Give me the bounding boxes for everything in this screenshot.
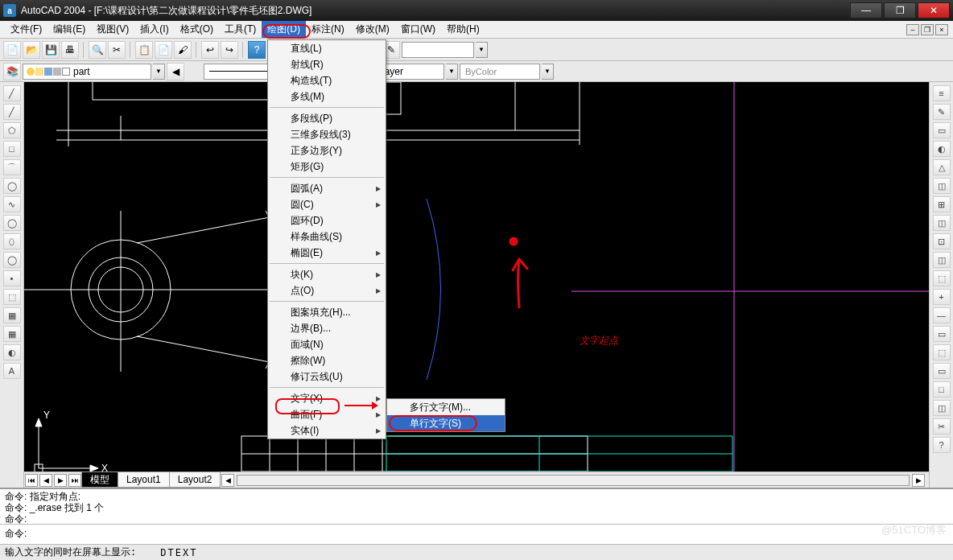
menu-绘图(D)[interactable]: 绘图(D) [262, 21, 306, 38]
menu-item[interactable]: 样条曲线(S) [268, 229, 386, 245]
scroll-right-icon[interactable]: ▶ [912, 474, 925, 487]
menu-编辑(E)[interactable]: 编辑(E) [47, 21, 91, 38]
toolbar-icon[interactable]: 📂 [23, 41, 40, 59]
menu-item[interactable]: 实体(I) [268, 422, 386, 439]
menu-工具(T)[interactable]: 工具(T) [219, 21, 262, 38]
menu-item[interactable]: 曲面(F) [268, 406, 386, 422]
modify-tool-icon[interactable]: ▭ [933, 122, 951, 138]
menu-格式(O)[interactable]: 格式(O) [175, 21, 219, 38]
menu-item[interactable]: 直线(L) [268, 40, 386, 56]
menu-item[interactable]: 圆弧(A) [268, 180, 386, 196]
modify-tool-icon[interactable]: ◫ [933, 400, 951, 416]
submenu-item[interactable]: 多行文字(M)... [387, 399, 505, 415]
draw-tool-icon[interactable]: ⬚ [3, 289, 21, 305]
menu-item[interactable]: 边界(B)... [268, 320, 386, 336]
mdi-restore-icon[interactable]: ❐ [921, 24, 934, 35]
menu-item[interactable]: 三维多段线(3) [268, 126, 386, 142]
close-button[interactable]: ✕ [918, 2, 950, 19]
modify-tool-icon[interactable]: ≡ [933, 85, 951, 101]
toolbar-icon[interactable]: 🖶 [61, 41, 79, 59]
menu-item[interactable]: 多段线(P) [268, 110, 386, 126]
command-line[interactable]: 命令: [0, 525, 953, 542]
layer-manager-icon[interactable]: 📚 [3, 63, 21, 80]
combo-arrow-icon[interactable]: ▼ [446, 64, 458, 80]
menu-item[interactable]: 矩形(G) [268, 159, 386, 175]
menu-文件(F)[interactable]: 文件(F) [5, 21, 47, 38]
draw-tool-icon[interactable]: A [3, 363, 21, 379]
hscrollbar[interactable]: ◀ ▶ [221, 474, 929, 487]
combo-arrow-icon[interactable]: ▼ [476, 42, 488, 58]
menu-窗口(W)[interactable]: 窗口(W) [395, 21, 441, 38]
draw-tool-icon[interactable]: ◐ [3, 344, 21, 360]
toolbar-icon[interactable]: ↪ [221, 41, 238, 59]
menu-插入(I)[interactable]: 插入(I) [134, 21, 174, 38]
draw-tool-icon[interactable]: ╱ [3, 85, 21, 101]
modify-tool-icon[interactable]: ◫ [933, 178, 951, 194]
modify-tool-icon[interactable]: ⬚ [933, 270, 951, 286]
menu-item[interactable]: 擦除(W) [268, 352, 386, 369]
menu-item[interactable]: 图案填充(H)... [268, 304, 386, 320]
modify-tool-icon[interactable]: ⊡ [933, 233, 951, 249]
modify-tool-icon[interactable]: + [933, 289, 951, 305]
mdi-close-icon[interactable]: × [935, 24, 948, 35]
draw-tool-icon[interactable]: ╱ [3, 104, 21, 120]
draw-tool-icon[interactable]: ⬠ [3, 122, 21, 138]
toolbar-icon[interactable]: ✂ [108, 41, 126, 59]
menu-item[interactable]: 圆(C) [268, 196, 386, 212]
draw-tool-icon[interactable]: ⬯ [3, 233, 21, 249]
toolbar-icon[interactable]: 💾 [42, 41, 60, 59]
draw-tool-icon[interactable]: □ [3, 141, 21, 157]
modify-tool-icon[interactable]: ◐ [933, 141, 951, 157]
menu-item[interactable]: 圆环(D) [268, 212, 386, 229]
draw-tool-icon[interactable]: ▦ [3, 307, 21, 323]
draw-tool-icon[interactable]: ◯ [3, 215, 21, 231]
minimize-button[interactable]: — [850, 2, 882, 19]
mdi-min-icon[interactable]: – [906, 24, 919, 35]
modify-tool-icon[interactable]: △ [933, 159, 951, 175]
menu-item[interactable]: 块(K) [268, 266, 386, 282]
toolbar-icon[interactable]: 📋 [135, 41, 153, 59]
menu-item[interactable]: 构造线(T) [268, 72, 386, 89]
menu-item[interactable]: 面域(N) [268, 336, 386, 352]
dim-style-combo[interactable] [402, 42, 474, 58]
layout-tab[interactable]: Layout2 [169, 471, 221, 488]
toolbar-icon[interactable]: 🔍 [89, 41, 106, 59]
layout-tab[interactable]: 模型 [81, 471, 118, 488]
draw-tool-icon[interactable]: ◯ [3, 178, 21, 194]
combo-arrow-icon[interactable]: ▼ [153, 64, 165, 80]
menu-item[interactable]: 修订云线(U) [268, 369, 386, 385]
draw-tool-icon[interactable]: ▦ [3, 326, 21, 342]
tab-last-icon[interactable]: ⏭ [68, 474, 81, 487]
modify-tool-icon[interactable]: ▭ [933, 326, 951, 342]
toolbar-icon[interactable]: 📄 [3, 41, 21, 59]
combo-arrow-icon[interactable]: ▼ [542, 64, 554, 80]
modify-tool-icon[interactable]: ? [933, 437, 951, 453]
layer-prev-icon[interactable]: ◀ [167, 63, 184, 80]
tab-next-icon[interactable]: ▶ [54, 474, 67, 487]
modify-tool-icon[interactable]: ✎ [933, 104, 951, 120]
modify-tool-icon[interactable]: ✂ [933, 418, 951, 434]
menu-item[interactable]: 文字(X) [268, 390, 386, 406]
tab-first-icon[interactable]: ⏮ [25, 474, 38, 487]
modify-tool-icon[interactable]: ▭ [933, 363, 951, 379]
draw-tool-icon[interactable]: ⌒ [3, 159, 21, 175]
menu-item[interactable]: 点(O) [268, 282, 386, 299]
submenu-item[interactable]: 单行文字(S) [387, 415, 505, 431]
menu-帮助(H)[interactable]: 帮助(H) [441, 21, 485, 38]
menu-修改(M)[interactable]: 修改(M) [350, 21, 395, 38]
modify-tool-icon[interactable]: — [933, 307, 951, 323]
menu-item[interactable]: 椭圆(E) [268, 245, 386, 261]
modify-tool-icon[interactable]: ◫ [933, 252, 951, 268]
toolbar-icon[interactable]: ↩ [201, 41, 219, 59]
toolbar-icon[interactable]: 🖌 [174, 41, 192, 59]
modify-tool-icon[interactable]: □ [933, 381, 951, 397]
toolbar-icon[interactable]: 📄 [155, 41, 172, 59]
layout-tab[interactable]: Layout1 [118, 471, 170, 488]
menu-视图(V)[interactable]: 视图(V) [91, 21, 134, 38]
tab-prev-icon[interactable]: ◀ [39, 474, 52, 487]
modify-tool-icon[interactable]: ⊞ [933, 196, 951, 212]
draw-tool-icon[interactable]: • [3, 270, 21, 286]
layer-combo[interactable]: part [23, 64, 151, 80]
menu-标注(N)[interactable]: 标注(N) [306, 21, 350, 38]
modify-tool-icon[interactable]: ◫ [933, 215, 951, 231]
